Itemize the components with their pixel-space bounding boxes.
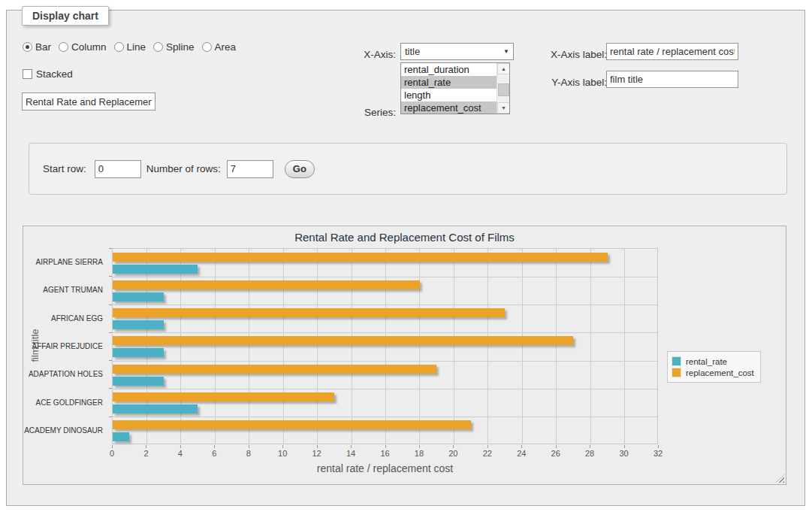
gridline: [385, 249, 386, 444]
x-axis-caption: X-Axis:: [322, 46, 396, 63]
gridline: [317, 249, 318, 444]
x-tick-label: 0: [99, 449, 125, 458]
gridline: [113, 304, 657, 305]
axis-tick: [249, 445, 249, 448]
category-label: AGENT TRUMAN: [23, 276, 107, 304]
x-tick-label: 32: [645, 449, 671, 458]
x-axis-label-caption: X-Axis label:: [536, 46, 607, 63]
radio-column[interactable]: Column: [59, 41, 107, 53]
resize-grip-icon[interactable]: [776, 474, 784, 483]
gridline: [113, 417, 657, 417]
legend-label: replacement_cost: [686, 368, 754, 377]
legend-label: rental_rate: [686, 357, 727, 366]
display-chart-panel: Display chart BarColumnLineSplineArea St…: [6, 10, 805, 506]
scroll-down-icon[interactable]: ▼: [497, 102, 510, 114]
axis-tick: [180, 445, 181, 448]
x-axis-select[interactable]: title ▼: [400, 43, 514, 60]
x-tick-label: 12: [304, 449, 330, 458]
radio-icon[interactable]: [59, 42, 68, 52]
bar-replacement_cost: [113, 253, 608, 262]
chart-container: Rental Rate and Replacement Cost of Film…: [23, 226, 786, 485]
scrollbar-thumb[interactable]: [498, 83, 509, 96]
y-axis-label-input[interactable]: [606, 71, 738, 88]
bar-rental_rate: [113, 404, 198, 414]
go-button[interactable]: Go: [285, 160, 315, 178]
axis-tick: [109, 332, 112, 333]
category-label: AFRICAN EGG: [23, 304, 107, 332]
axis-tick: [109, 388, 112, 389]
axis-tick: [590, 445, 590, 448]
gridline: [113, 389, 657, 389]
axis-tick: [419, 445, 420, 448]
radio-area[interactable]: Area: [202, 41, 237, 53]
axis-tick: [453, 445, 454, 448]
bar-replacement_cost: [113, 365, 436, 374]
radio-icon[interactable]: [23, 42, 32, 52]
chart-legend: rental_ratereplacement_cost: [667, 351, 761, 383]
series-option[interactable]: rental_rate: [401, 76, 497, 89]
x-tick-label: 26: [543, 449, 569, 458]
x-tick-label: 18: [406, 449, 432, 458]
radio-spline[interactable]: Spline: [153, 41, 195, 53]
x-axis-label-input[interactable]: [606, 43, 738, 60]
radio-line[interactable]: Line: [114, 41, 146, 53]
gridline: [352, 249, 352, 444]
series-option[interactable]: replacement_cost: [401, 101, 497, 114]
category-label: AFFAIR PREJUDICE: [23, 332, 107, 360]
start-row-input[interactable]: [95, 160, 141, 178]
legend-entry: rental_rate: [672, 356, 754, 366]
radio-bar[interactable]: Bar: [23, 41, 51, 53]
axis-tick: [112, 445, 113, 448]
bar-replacement_cost: [113, 420, 471, 429]
gridline: [113, 277, 657, 277]
axis-tick: [109, 304, 112, 305]
gridline: [556, 249, 557, 444]
series-listbox[interactable]: rental_durationrental_ratelengthreplacem…: [400, 62, 510, 114]
gridline: [113, 361, 657, 362]
radio-icon[interactable]: [202, 42, 212, 52]
scroll-up-icon[interactable]: ▲: [497, 63, 510, 74]
category-label: ACADEMY DINOSAUR: [23, 417, 107, 444]
chart-title-input[interactable]: [22, 92, 155, 111]
x-tick-label: 8: [236, 449, 261, 458]
legend-swatch: [672, 356, 681, 366]
axis-tick: [521, 445, 522, 448]
x-tick-label: 4: [168, 449, 193, 458]
axis-tick: [385, 445, 386, 448]
axis-tick: [109, 248, 112, 249]
radio-icon[interactable]: [153, 42, 163, 52]
series-scrollbar[interactable]: ▲ ▼: [497, 63, 509, 114]
axis-tick: [214, 445, 215, 448]
bar-rental_rate: [113, 265, 198, 274]
radio-icon[interactable]: [114, 42, 124, 52]
checkbox-icon[interactable]: [23, 69, 32, 79]
gridline: [146, 249, 147, 444]
axis-tick: [109, 417, 112, 417]
number-of-rows-input[interactable]: [227, 160, 273, 178]
category-label: ACE GOLDFINGER: [23, 388, 107, 416]
y-axis-label-caption: Y-Axis label:: [536, 74, 607, 91]
bar-replacement_cost: [113, 308, 505, 317]
x-tick-label: 20: [440, 449, 466, 458]
x-tick-label: 16: [373, 449, 398, 458]
axis-tick: [556, 445, 557, 448]
axis-tick: [488, 445, 488, 448]
stacked-checkbox[interactable]: Stacked: [23, 65, 73, 83]
series-option[interactable]: length: [401, 89, 497, 101]
category-label: ADAPTATION HOLES: [23, 360, 107, 388]
bar-rental_rate: [113, 320, 164, 329]
radio-label: Bar: [35, 41, 51, 53]
gridline: [590, 249, 591, 444]
gridline: [215, 249, 216, 444]
gridline: [454, 249, 454, 444]
x-tick-label: 14: [338, 449, 364, 458]
legend-swatch: [672, 368, 681, 377]
axis-tick: [282, 445, 283, 448]
category-label: AIRPLANE SIERRA: [23, 248, 107, 276]
gridline: [522, 249, 523, 444]
gridline: [488, 249, 488, 444]
legend-entry: replacement_cost: [672, 368, 754, 377]
x-axis-select-value: title: [405, 46, 420, 57]
bar-rental_rate: [113, 377, 164, 386]
series-option[interactable]: rental_duration: [401, 63, 497, 76]
